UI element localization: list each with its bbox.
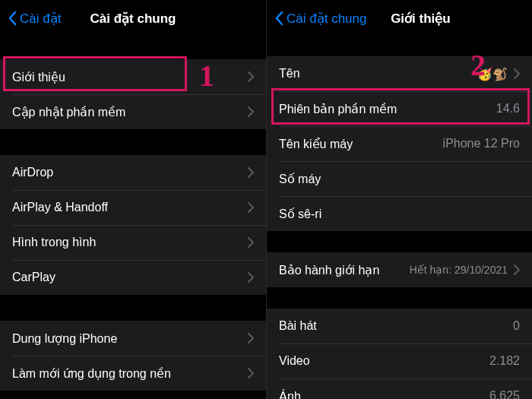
row-model-name[interactable]: Tên kiểu máy iPhone 12 Pro bbox=[267, 126, 532, 161]
chevron-left-icon bbox=[8, 11, 17, 26]
nav-header: Cài đặt Cài đặt chung bbox=[0, 0, 266, 36]
row-label: Bài hát bbox=[279, 319, 507, 333]
row-carplay[interactable]: CarPlay bbox=[0, 260, 266, 295]
row-label: AirDrop bbox=[12, 166, 242, 179]
row-value: 6.625 bbox=[489, 389, 520, 399]
row-serial[interactable]: Số sê-ri bbox=[267, 196, 532, 231]
row-label: Video bbox=[279, 354, 483, 368]
row-label: CarPlay bbox=[12, 271, 242, 284]
row-warranty[interactable]: Bảo hành giới hạn Hết hạn: 29/10/2021 bbox=[267, 252, 532, 287]
general-settings-pane: Cài đặt Cài đặt chung Giới thiệu Cập nhậ… bbox=[0, 0, 266, 399]
row-label: Cập nhật phần mềm bbox=[12, 105, 242, 119]
chevron-right-icon bbox=[248, 202, 254, 213]
row-label: Số máy bbox=[279, 172, 514, 186]
settings-group: Dung lượng iPhone Làm mới ứng dụng trong… bbox=[0, 321, 266, 391]
chevron-right-icon bbox=[248, 71, 254, 82]
row-airdrop[interactable]: AirDrop bbox=[0, 155, 266, 190]
row-value: 2.182 bbox=[489, 354, 520, 368]
chevron-right-icon bbox=[514, 68, 520, 79]
chevron-right-icon bbox=[248, 368, 254, 378]
row-videos[interactable]: Video 2.182 bbox=[267, 344, 532, 378]
row-label: Phiên bản phần mềm bbox=[279, 102, 490, 116]
about-pane: Cài đặt chung Giới thiệu Tên 🥳🐒 Phiên bả… bbox=[266, 0, 532, 399]
row-label: Tên bbox=[279, 67, 471, 81]
row-value: iPhone 12 Pro bbox=[443, 137, 520, 150]
back-button[interactable]: Cài đặt bbox=[8, 11, 61, 27]
row-label: Làm mới ứng dụng trong nền bbox=[12, 366, 242, 381]
chevron-right-icon bbox=[514, 264, 520, 275]
back-label: Cài đặt bbox=[20, 11, 61, 27]
back-label: Cài đặt chung bbox=[287, 11, 366, 27]
settings-group: AirDrop AirPlay & Handoff Hình trong hìn… bbox=[0, 155, 266, 295]
row-model-number[interactable]: Số máy bbox=[267, 161, 532, 196]
settings-group: Giới thiệu Cập nhật phần mềm bbox=[0, 59, 266, 129]
row-label: Ảnh bbox=[279, 389, 483, 400]
about-group: Bài hát 0 Video 2.182 Ảnh 6.625 bbox=[267, 309, 532, 399]
row-pip[interactable]: Hình trong hình bbox=[0, 225, 266, 260]
row-about[interactable]: Giới thiệu bbox=[0, 59, 266, 94]
row-label: Hình trong hình bbox=[12, 236, 242, 249]
chevron-right-icon bbox=[248, 237, 254, 248]
row-storage[interactable]: Dung lượng iPhone bbox=[0, 321, 266, 356]
row-label: AirPlay & Handoff bbox=[12, 201, 242, 214]
row-photos[interactable]: Ảnh 6.625 bbox=[267, 378, 532, 399]
about-group: Bảo hành giới hạn Hết hạn: 29/10/2021 bbox=[267, 252, 532, 287]
settings-list: Giới thiệu Cập nhật phần mềm AirDrop Air… bbox=[0, 36, 266, 399]
row-value: 14.6 bbox=[496, 102, 520, 116]
page-title: Cài đặt chung bbox=[90, 11, 176, 27]
row-name[interactable]: Tên 🥳🐒 bbox=[267, 56, 532, 91]
row-label: Bảo hành giới hạn bbox=[279, 263, 404, 277]
row-airplay[interactable]: AirPlay & Handoff bbox=[0, 190, 266, 225]
row-label: Dung lượng iPhone bbox=[12, 331, 242, 346]
back-button[interactable]: Cài đặt chung bbox=[274, 11, 366, 27]
row-label: Số sê-ri bbox=[279, 207, 514, 221]
row-value: 0 bbox=[513, 319, 520, 333]
row-songs[interactable]: Bài hát 0 bbox=[267, 309, 532, 344]
about-group: Tên 🥳🐒 Phiên bản phần mềm 14.6 Tên kiểu … bbox=[267, 56, 532, 231]
row-label: Tên kiểu máy bbox=[279, 137, 437, 151]
chevron-left-icon bbox=[274, 11, 283, 26]
row-value: Hết hạn: 29/10/2021 bbox=[410, 264, 508, 276]
chevron-right-icon bbox=[248, 106, 254, 117]
nav-header: Cài đặt chung Giới thiệu bbox=[267, 0, 532, 36]
row-software-update[interactable]: Cập nhật phần mềm bbox=[0, 94, 266, 129]
page-title: Giới thiệu bbox=[391, 11, 451, 27]
row-value: 🥳🐒 bbox=[477, 67, 508, 81]
about-list: Tên 🥳🐒 Phiên bản phần mềm 14.6 Tên kiểu … bbox=[267, 36, 532, 399]
row-background-refresh[interactable]: Làm mới ứng dụng trong nền bbox=[0, 356, 266, 391]
row-software-version[interactable]: Phiên bản phần mềm 14.6 bbox=[267, 91, 532, 126]
chevron-right-icon bbox=[248, 272, 254, 283]
row-label: Giới thiệu bbox=[12, 70, 242, 84]
chevron-right-icon bbox=[248, 167, 254, 178]
chevron-right-icon bbox=[248, 333, 254, 344]
